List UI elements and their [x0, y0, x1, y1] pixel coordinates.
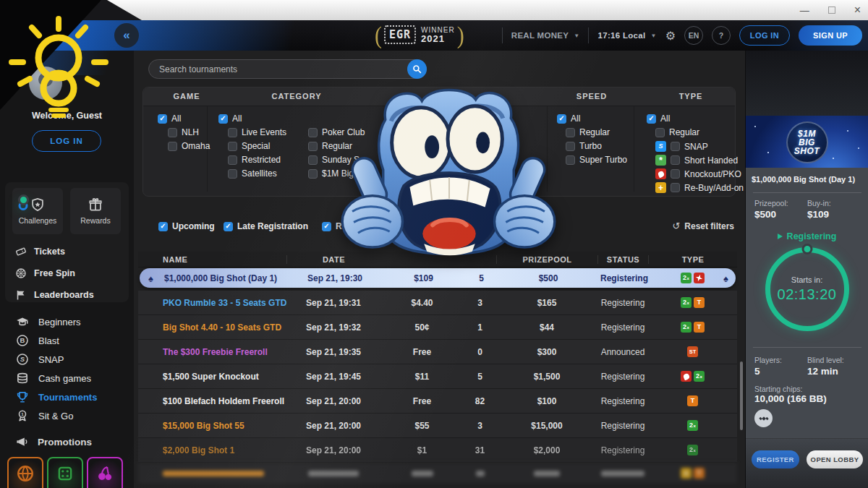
filter-checkbox-regular[interactable]: Regular	[566, 127, 610, 137]
help-button[interactable]: ?	[712, 26, 731, 45]
column-header-type[interactable]: TYPE	[648, 255, 737, 264]
filter-checkbox-live-events[interactable]: Live Events	[228, 127, 286, 137]
sidebar-item-leaderboards[interactable]: Leaderboards	[15, 285, 129, 304]
reset-icon: ↺	[672, 221, 680, 231]
flag-icon	[15, 289, 27, 301]
table-row[interactable]: $15,000 Big Shot 55 Sep 21, 20:00 $55 3 …	[138, 414, 737, 438]
filter-label: $1M Big Sho	[322, 168, 372, 179]
badge-reentry-icon: 2x	[681, 297, 692, 308]
filter-checkbox-special[interactable]: Special	[228, 141, 270, 151]
badge-reentry-icon: 2x	[681, 273, 692, 283]
local-time-value: 17:16 Local	[597, 31, 645, 40]
filter-checkbox-all[interactable]: All	[158, 114, 181, 124]
filter-checkbox-re-buy-add-on[interactable]: +Re-Buy/Add-on	[655, 182, 744, 193]
sidebar-item-cash-games[interactable]: Cash games	[0, 369, 134, 388]
filter-checkbox-regular[interactable]: Regular	[308, 141, 352, 151]
tile-rewards[interactable]: Rewards	[70, 188, 121, 234]
filter-checkbox-satellites[interactable]: Satellites	[228, 168, 277, 179]
checkbox-icon	[671, 142, 680, 151]
filter-label: Short Handed	[684, 155, 738, 166]
table-row[interactable]: The $300 Freebie Freeroll Sep 21, 19:35 …	[138, 340, 737, 364]
checkbox-icon	[566, 128, 575, 137]
sidebar-item-snap[interactable]: S SNAP	[0, 350, 134, 369]
table-row[interactable]: Big Shot 4.40 - 10 Seats GTD Sep 21, 19:…	[138, 315, 737, 340]
filter-checkbox-all[interactable]: All	[218, 114, 242, 124]
quick-link-label: Leaderboards	[34, 290, 94, 300]
open-lobby-button[interactable]: OPEN LOBBY	[807, 450, 863, 468]
filter-checkbox--1m-big-sho[interactable]: $1M Big Sho	[308, 168, 372, 179]
filter-checkbox-snap[interactable]: SSNAP	[655, 141, 708, 152]
filter-checkbox-regular[interactable]: Regular	[655, 127, 699, 137]
big-shot-banner[interactable]: $1M BIG SHOT	[746, 116, 868, 168]
local-time-dropdown[interactable]: 17:16 Local ▼	[597, 31, 656, 40]
money-mode-dropdown[interactable]: REAL MONEY ▼	[511, 31, 580, 40]
table-row[interactable]: $2,000 Big Shot 1 Sep 21, 20:00 $1 31 $2…	[138, 438, 737, 463]
table-row[interactable]: +T	[138, 463, 737, 484]
game-tile-sport-ball[interactable]	[7, 457, 43, 488]
badge-plus-icon: +	[681, 468, 692, 479]
checkbox-icon	[158, 114, 167, 124]
buyin-value: $109	[807, 209, 860, 220]
sidebar-login-button[interactable]: LOG IN	[32, 130, 101, 152]
tile-label: Challenges	[19, 216, 57, 225]
sidebar-item-beginners[interactable]: Beginners	[0, 312, 134, 331]
sidebar-item-promotions[interactable]: Promotions	[0, 432, 134, 451]
table-header: NAMEDATEPRIZEPOOLSTATUSTYPE	[138, 252, 737, 267]
column-header-status[interactable]: STATUS	[597, 255, 648, 264]
prizepool-value: $500	[754, 209, 807, 220]
game-tile-cherries[interactable]	[87, 457, 123, 488]
medal-icon: 1	[16, 409, 29, 422]
collapse-sidebar-button[interactable]: «	[114, 23, 139, 48]
table-scrollbar[interactable]	[740, 361, 743, 430]
register-button[interactable]: REGISTER	[752, 450, 799, 468]
column-header-name[interactable]: NAME	[138, 255, 286, 264]
filter-checkbox-short-handed[interactable]: *Short Handed	[655, 155, 738, 166]
table-row[interactable]: $1,500 Super Knockout Sep 21, 19:45 $11 …	[138, 364, 737, 389]
satellite-button[interactable]	[754, 409, 773, 427]
filter-checkbox-sunday-sa[interactable]: Sunday Sa	[308, 155, 365, 165]
filter-checkbox-all[interactable]: All	[557, 114, 580, 124]
badge-ticket-icon: T	[687, 395, 698, 406]
sidebar-item-sit-go[interactable]: 1 Sit & Go	[0, 406, 134, 425]
filter-checkbox-nlh[interactable]: NLH	[168, 127, 199, 137]
sidebar-item-tickets[interactable]: Tickets	[15, 241, 129, 261]
minimize-icon[interactable]: —	[800, 6, 809, 15]
checkbox-icon	[168, 128, 177, 137]
column-header-date[interactable]: DATE	[286, 255, 380, 264]
checkbox-icon	[671, 183, 680, 192]
signup-button[interactable]: SIGN UP	[799, 25, 862, 46]
filter-checkbox-restricted[interactable]: Restricted	[228, 155, 281, 165]
language-button[interactable]: EN	[684, 26, 703, 45]
login-button[interactable]: LOG IN	[739, 25, 790, 46]
close-icon[interactable]: ×	[854, 4, 861, 16]
filter-group-title: CATEGORY	[271, 92, 321, 100]
table-row[interactable]: $100 Blefach Holdem Freeroll Sep 21, 20:…	[138, 389, 737, 414]
cherries-icon	[95, 464, 114, 486]
table-row[interactable]: $1,000,000 Big Shot (Day 1) Sep 21, 19:3…	[140, 268, 736, 288]
filter-checkbox-turbo[interactable]: Turbo	[566, 141, 602, 151]
sidebar-item-free-spin[interactable]: Free Spin	[15, 263, 129, 283]
reset-filters-button[interactable]: ↺ Reset filters	[672, 221, 734, 231]
filter-header	[143, 87, 735, 106]
maximize-icon[interactable]	[828, 7, 835, 14]
toggle-running[interactable]: Running	[322, 221, 371, 231]
players-value: 5	[754, 366, 807, 377]
filter-checkbox-super-turbo[interactable]: Super Turbo	[566, 155, 627, 165]
filter-checkbox-knockout-pko[interactable]: Knockout/PKO	[655, 168, 741, 179]
filter-checkbox-poker-club[interactable]: Poker Club	[308, 127, 365, 137]
toggle-late-registration[interactable]: Late Registration	[224, 221, 308, 231]
settings-gear-icon[interactable]: ⚙	[665, 29, 676, 43]
game-tile-dice[interactable]	[47, 457, 83, 488]
sidebar-item-tournaments[interactable]: Tournaments	[0, 388, 134, 406]
table-row[interactable]: PKO Rumble 33 - 5 Seats GTD Sep 21, 19:3…	[138, 291, 737, 315]
brand-ring-icon	[19, 201, 28, 210]
search-button[interactable]	[407, 59, 427, 79]
filter-checkbox-omaha[interactable]: Omaha	[168, 141, 210, 151]
sidebar-item-blast[interactable]: B Blast	[0, 331, 134, 350]
megaphone-icon	[16, 435, 29, 448]
toggle-upcoming[interactable]: Upcoming	[158, 221, 215, 231]
column-header-prizepool[interactable]: PRIZEPOOL	[496, 255, 597, 264]
filter-checkbox-all[interactable]: All	[647, 114, 670, 124]
search-input[interactable]	[149, 64, 407, 74]
badge-reentry-icon: 2x	[681, 322, 692, 333]
